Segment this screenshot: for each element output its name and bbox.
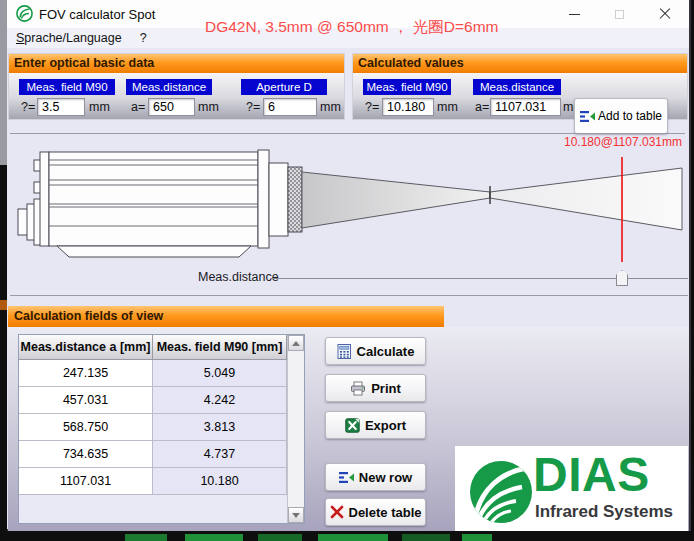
field-prefix: ?= [21,100,35,114]
table-header-row: Meas.distance a [mm] Meas. field M90 [mm… [19,335,304,360]
background-window-fragment [462,534,492,541]
cell-distance[interactable]: 734.635 [19,441,153,468]
dias-logo-icon [468,458,534,526]
field-label-meas-distance: Meas.distance [473,79,561,95]
table-row: 1107.031 10.180 [19,468,304,495]
background-window-fragment [185,534,243,541]
field-unit: mm [320,100,341,114]
cell-distance[interactable]: 457.031 [19,387,153,414]
new-row-label: New row [359,470,412,485]
close-icon [659,8,671,20]
background-window-fragment [258,534,302,541]
calculator-icon [337,344,352,359]
cell-distance[interactable]: 568.750 [19,414,153,441]
input-group-body: Meas. field M90 ?= 3.5 mm Meas.distance … [9,73,344,119]
table-row: 734.635 4.737 [19,441,304,468]
calc-meas-distance-output[interactable]: 1107.031 [490,98,561,116]
field-unit: mm [198,100,219,114]
calculated-group: Calculated values Meas. field M90 ?= 10.… [352,53,688,120]
distance-marker-label: 10.180@1107.031mm [500,135,682,149]
brand-logo: DIAS Infrared Systems [455,446,688,531]
meas-field-input[interactable]: 3.5 [37,98,85,116]
calculated-group-title: Calculated values [353,54,687,73]
background-window-fragment [125,534,167,541]
field-prefix: a= [131,100,145,114]
field-prefix: ?= [246,100,260,114]
table-row: 457.031 4.242 [19,387,304,414]
export-label: Export [365,418,406,433]
field-label-meas-distance: Meas.distance [126,79,212,95]
fov-diagram [7,133,691,293]
app-window: FOV calculator Spot Sprache/Language ? D… [7,0,691,531]
cell-distance[interactable]: 247.135 [19,360,153,387]
delete-table-button[interactable]: Delete table [325,498,426,526]
slider-label: Meas.distance [198,270,279,284]
scroll-down-button[interactable] [288,507,304,523]
field-prefix: a= [475,100,489,114]
printer-icon [350,381,366,396]
table-row: 247.135 5.049 [19,360,304,387]
calculated-group-body: Meas. field M90 ?= 10.180 mm Meas.distan… [353,73,687,119]
meas-distance-input[interactable]: 650 [148,98,195,116]
cell-distance[interactable]: 1107.031 [19,468,153,495]
add-row-icon [580,109,595,124]
print-label: Print [371,381,401,396]
cell-field[interactable]: 5.049 [153,360,287,387]
window-controls [552,0,687,28]
cell-field[interactable]: 3.813 [153,414,287,441]
brand-name: DIAS [533,453,650,497]
delete-icon [330,505,344,519]
export-button[interactable]: Export [325,411,426,439]
calculate-label: Calculate [357,344,415,359]
cell-field[interactable]: 10.180 [153,468,287,495]
new-row-button[interactable]: New row [325,463,426,491]
input-group-title: Enter optical basic data [9,54,344,73]
brand-tagline: Infrared Systems [535,502,673,522]
maximize-button[interactable] [597,0,642,28]
calculate-button[interactable]: Calculate [325,337,426,365]
field-label-aperture: Aperture D [241,79,327,95]
field-label-meas-field: Meas. field M90 [363,79,451,95]
aperture-input[interactable]: 6 [263,98,317,116]
field-unit: mm [89,100,110,114]
menu-item-language[interactable]: Sprache/Language [7,29,131,47]
separator-line [10,295,688,296]
maximize-icon [615,10,624,19]
minimize-button[interactable] [552,0,597,28]
delete-table-label: Delete table [349,505,422,520]
field-prefix: ?= [365,100,379,114]
calc-meas-field-output[interactable]: 10.180 [382,98,434,116]
field-unit: mm [437,100,458,114]
add-to-table-label: Add to table [598,109,662,123]
beam-converging [302,172,490,228]
cell-field[interactable]: 4.737 [153,441,287,468]
close-button[interactable] [642,0,687,28]
camera-drawing [18,150,302,257]
table-scrollbar[interactable] [287,335,304,523]
field-label-meas-field: Meas. field M90 [19,79,115,95]
menu-item-help[interactable]: ? [131,29,156,47]
screen: FOV calculator Spot Sprache/Language ? D… [0,0,694,541]
minimize-icon [569,14,580,15]
print-button[interactable]: Print [325,374,426,402]
background-window-fragment [0,0,7,165]
column-header-field[interactable]: Meas. field M90 [mm] [153,335,287,360]
fov-section-title: Calculation fields of view [8,306,444,327]
background-window-fragment [0,300,7,310]
window-title: FOV calculator Spot [39,7,155,22]
arrow-down-icon [292,513,300,518]
add-to-table-button[interactable]: Add to table [574,98,668,134]
column-header-distance[interactable]: Meas.distance a [mm] [19,335,153,360]
excel-export-icon [345,418,360,433]
cell-field[interactable]: 4.242 [153,387,287,414]
arrow-up-icon [292,341,300,346]
scroll-up-button[interactable] [288,335,304,351]
beam-diverging [490,168,682,230]
fov-table: Meas.distance a [mm] Meas. field M90 [mm… [18,334,305,524]
background-window-fragment [402,534,450,541]
add-row-icon [339,470,354,485]
background-window-fragment [318,534,388,541]
app-logo-icon [16,5,33,22]
input-group: Enter optical basic data Meas. field M90… [8,53,345,120]
lens-configuration-note: DG42N, 3.5mm @ 650mm ， 光圈D=6mm [205,17,499,38]
